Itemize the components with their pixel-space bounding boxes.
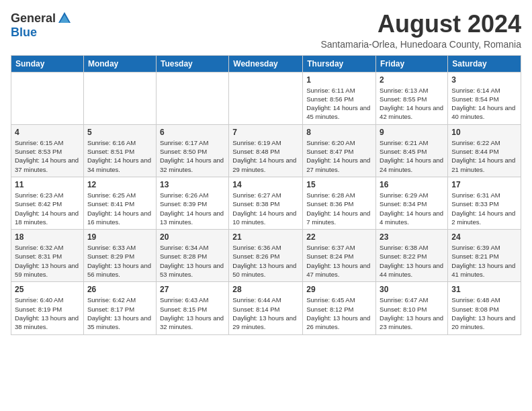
day-info: Sunrise: 6:29 AMSunset: 8:34 PMDaylight:… xyxy=(380,191,444,226)
day-info: Sunrise: 6:26 AMSunset: 8:39 PMDaylight:… xyxy=(160,191,225,226)
calendar-cell: 8Sunrise: 6:20 AMSunset: 8:47 PMDaylight… xyxy=(303,124,376,177)
calendar-cell: 25Sunrise: 6:40 AMSunset: 8:19 PMDayligh… xyxy=(11,282,84,334)
calendar-cell: 30Sunrise: 6:47 AMSunset: 8:10 PMDayligh… xyxy=(376,282,448,334)
day-info: Sunrise: 6:13 AMSunset: 8:55 PMDaylight:… xyxy=(380,86,444,122)
logo-general-text: General xyxy=(11,11,56,26)
day-info: Sunrise: 6:43 AMSunset: 8:15 PMDaylight:… xyxy=(160,295,225,331)
day-number: 13 xyxy=(160,180,225,189)
day-number: 1 xyxy=(306,75,372,85)
day-info: Sunrise: 6:20 AMSunset: 8:47 PMDaylight:… xyxy=(306,138,372,174)
calendar-cell: 4Sunrise: 6:15 AMSunset: 8:53 PMDaylight… xyxy=(11,124,84,177)
calendar-cell: 2Sunrise: 6:13 AMSunset: 8:55 PMDaylight… xyxy=(376,72,448,124)
day-number: 29 xyxy=(306,285,372,294)
logo-icon xyxy=(57,11,72,26)
calendar-cell: 6Sunrise: 6:17 AMSunset: 8:50 PMDaylight… xyxy=(156,124,228,177)
day-number: 8 xyxy=(306,128,372,137)
calendar-cell: 26Sunrise: 6:42 AMSunset: 8:17 PMDayligh… xyxy=(83,282,156,334)
calendar-cell: 16Sunrise: 6:29 AMSunset: 8:34 PMDayligh… xyxy=(376,177,448,229)
header-monday: Monday xyxy=(83,55,156,72)
calendar-cell: 1Sunrise: 6:11 AMSunset: 8:56 PMDaylight… xyxy=(303,72,376,124)
day-info: Sunrise: 6:33 AMSunset: 8:29 PMDaylight:… xyxy=(87,243,152,279)
day-info: Sunrise: 6:28 AMSunset: 8:36 PMDaylight:… xyxy=(306,191,372,226)
calendar-table: Sunday Monday Tuesday Wednesday Thursday… xyxy=(11,55,521,335)
calendar-week-2: 4Sunrise: 6:15 AMSunset: 8:53 PMDaylight… xyxy=(11,124,521,177)
day-info: Sunrise: 6:17 AMSunset: 8:50 PMDaylight:… xyxy=(160,138,225,174)
day-info: Sunrise: 6:34 AMSunset: 8:28 PMDaylight:… xyxy=(160,243,225,279)
day-number: 26 xyxy=(87,285,152,294)
day-info: Sunrise: 6:21 AMSunset: 8:45 PMDaylight:… xyxy=(380,138,444,174)
day-number: 11 xyxy=(15,180,80,189)
day-number: 6 xyxy=(160,128,225,137)
day-number: 21 xyxy=(232,232,299,242)
day-info: Sunrise: 6:47 AMSunset: 8:10 PMDaylight:… xyxy=(380,295,444,331)
day-number: 9 xyxy=(380,128,444,137)
day-info: Sunrise: 6:44 AMSunset: 8:14 PMDaylight:… xyxy=(232,295,299,331)
title-area: August 2024 Santamaria-Orlea, Hunedoara … xyxy=(320,11,521,50)
day-number: 4 xyxy=(15,128,80,137)
calendar-cell: 31Sunrise: 6:48 AMSunset: 8:08 PMDayligh… xyxy=(448,282,521,334)
day-info: Sunrise: 6:14 AMSunset: 8:54 PMDaylight:… xyxy=(451,86,517,122)
day-info: Sunrise: 6:40 AMSunset: 8:19 PMDaylight:… xyxy=(15,295,80,331)
day-number: 31 xyxy=(451,285,517,294)
day-info: Sunrise: 6:25 AMSunset: 8:41 PMDaylight:… xyxy=(87,191,152,226)
header-saturday: Saturday xyxy=(448,55,521,72)
day-info: Sunrise: 6:42 AMSunset: 8:17 PMDaylight:… xyxy=(87,295,152,331)
calendar-cell xyxy=(156,72,228,124)
calendar-cell: 27Sunrise: 6:43 AMSunset: 8:15 PMDayligh… xyxy=(156,282,228,334)
calendar-cell: 21Sunrise: 6:36 AMSunset: 8:26 PMDayligh… xyxy=(229,230,303,282)
day-number: 19 xyxy=(87,232,152,242)
day-number: 5 xyxy=(87,128,152,137)
day-info: Sunrise: 6:22 AMSunset: 8:44 PMDaylight:… xyxy=(451,138,517,174)
day-info: Sunrise: 6:38 AMSunset: 8:22 PMDaylight:… xyxy=(380,243,444,279)
calendar-week-3: 11Sunrise: 6:23 AMSunset: 8:42 PMDayligh… xyxy=(11,177,521,229)
calendar-cell: 13Sunrise: 6:26 AMSunset: 8:39 PMDayligh… xyxy=(156,177,228,229)
day-info: Sunrise: 6:31 AMSunset: 8:33 PMDaylight:… xyxy=(451,191,517,226)
day-info: Sunrise: 6:19 AMSunset: 8:48 PMDaylight:… xyxy=(232,138,299,174)
day-info: Sunrise: 6:45 AMSunset: 8:12 PMDaylight:… xyxy=(306,295,372,331)
day-info: Sunrise: 6:16 AMSunset: 8:51 PMDaylight:… xyxy=(87,138,152,174)
calendar-cell: 15Sunrise: 6:28 AMSunset: 8:36 PMDayligh… xyxy=(303,177,376,229)
day-number: 12 xyxy=(87,180,152,189)
calendar-week-1: 1Sunrise: 6:11 AMSunset: 8:56 PMDaylight… xyxy=(11,72,521,124)
header-wednesday: Wednesday xyxy=(229,55,303,72)
calendar-cell: 28Sunrise: 6:44 AMSunset: 8:14 PMDayligh… xyxy=(229,282,303,334)
day-number: 28 xyxy=(232,285,299,294)
day-number: 3 xyxy=(451,75,517,85)
day-number: 25 xyxy=(15,285,80,294)
calendar-cell: 11Sunrise: 6:23 AMSunset: 8:42 PMDayligh… xyxy=(11,177,84,229)
calendar-cell: 12Sunrise: 6:25 AMSunset: 8:41 PMDayligh… xyxy=(83,177,156,229)
location-subtitle: Santamaria-Orlea, Hunedoara County, Roma… xyxy=(320,39,521,50)
day-number: 22 xyxy=(306,232,372,242)
day-number: 18 xyxy=(15,232,80,242)
calendar-cell: 19Sunrise: 6:33 AMSunset: 8:29 PMDayligh… xyxy=(83,230,156,282)
calendar-cell: 24Sunrise: 6:39 AMSunset: 8:21 PMDayligh… xyxy=(448,230,521,282)
day-number: 24 xyxy=(451,232,517,242)
day-number: 20 xyxy=(160,232,225,242)
day-number: 30 xyxy=(380,285,444,294)
calendar-cell: 18Sunrise: 6:32 AMSunset: 8:31 PMDayligh… xyxy=(11,230,84,282)
day-info: Sunrise: 6:39 AMSunset: 8:21 PMDaylight:… xyxy=(451,243,517,279)
calendar-cell: 7Sunrise: 6:19 AMSunset: 8:48 PMDaylight… xyxy=(229,124,303,177)
header: General Blue August 2024 Santamaria-Orle… xyxy=(11,11,521,50)
logo: General Blue xyxy=(11,11,72,40)
calendar-cell: 22Sunrise: 6:37 AMSunset: 8:24 PMDayligh… xyxy=(303,230,376,282)
month-title: August 2024 xyxy=(320,11,521,38)
day-number: 10 xyxy=(451,128,517,137)
calendar-header-row: Sunday Monday Tuesday Wednesday Thursday… xyxy=(11,55,521,72)
calendar-cell: 10Sunrise: 6:22 AMSunset: 8:44 PMDayligh… xyxy=(448,124,521,177)
day-number: 7 xyxy=(232,128,299,137)
calendar-cell: 29Sunrise: 6:45 AMSunset: 8:12 PMDayligh… xyxy=(303,282,376,334)
calendar-cell xyxy=(229,72,303,124)
day-info: Sunrise: 6:15 AMSunset: 8:53 PMDaylight:… xyxy=(15,138,80,174)
calendar-cell: 20Sunrise: 6:34 AMSunset: 8:28 PMDayligh… xyxy=(156,230,228,282)
day-number: 15 xyxy=(306,180,372,189)
day-number: 23 xyxy=(380,232,444,242)
calendar-cell xyxy=(11,72,84,124)
day-info: Sunrise: 6:11 AMSunset: 8:56 PMDaylight:… xyxy=(306,86,372,122)
day-number: 14 xyxy=(232,180,299,189)
day-info: Sunrise: 6:23 AMSunset: 8:42 PMDaylight:… xyxy=(15,191,80,226)
day-number: 16 xyxy=(380,180,444,189)
calendar-week-4: 18Sunrise: 6:32 AMSunset: 8:31 PMDayligh… xyxy=(11,230,521,282)
day-number: 2 xyxy=(380,75,444,85)
day-info: Sunrise: 6:32 AMSunset: 8:31 PMDaylight:… xyxy=(15,243,80,279)
